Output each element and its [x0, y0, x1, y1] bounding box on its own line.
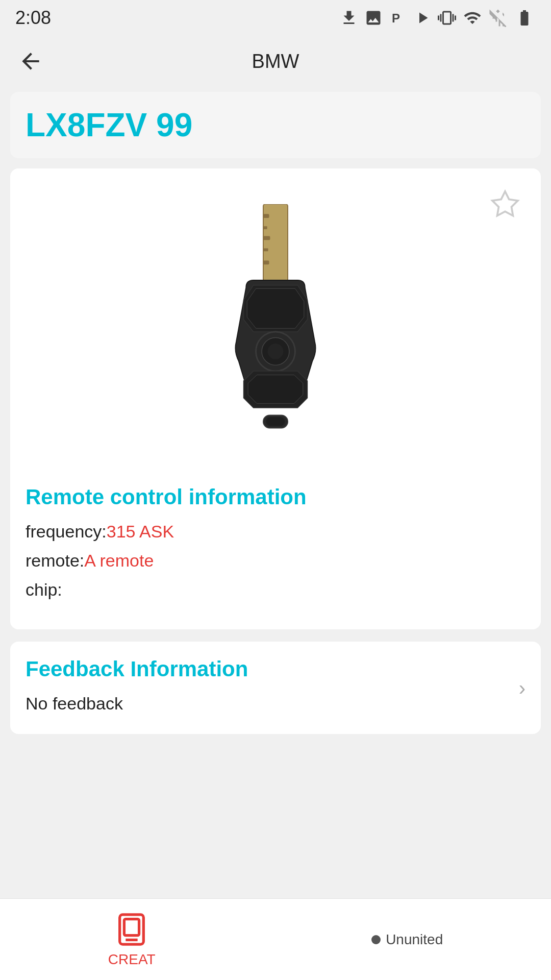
battery-icon [513, 9, 536, 27]
p-icon: P [389, 9, 407, 27]
connection-status: Ununited [371, 932, 443, 948]
tablet-icon [114, 912, 149, 947]
plate-header: LX8FZV 99 [10, 92, 541, 158]
status-dot [371, 935, 381, 944]
status-time: 2:08 [15, 7, 51, 29]
key-image [204, 204, 347, 459]
connection-status-text: Ununited [386, 932, 443, 948]
frequency-row: frequency: 315 ASK [26, 522, 525, 542]
creat-tab-label: CREAT [108, 951, 156, 968]
download-icon [340, 9, 358, 27]
key-image-container [26, 184, 525, 485]
top-nav: BMW [0, 36, 551, 87]
bottom-tab-bar: CREAT Ununited [0, 898, 551, 980]
feedback-arrow-icon: › [519, 676, 525, 699]
feedback-card[interactable]: Feedback Information No feedback › [10, 642, 541, 734]
wifi-icon [462, 9, 483, 27]
svg-rect-12 [266, 417, 285, 426]
status-icons: P [340, 9, 536, 27]
frequency-label: frequency: [26, 522, 107, 542]
plate-number: LX8FZV 99 [26, 107, 192, 143]
play-icon [413, 9, 432, 27]
svg-rect-4 [263, 236, 270, 240]
nav-title: BMW [252, 51, 299, 72]
svg-rect-5 [263, 249, 268, 252]
remote-row: remote: A remote [26, 551, 525, 571]
svg-point-10 [268, 344, 284, 359]
remote-label: remote: [26, 551, 84, 571]
feedback-title: Feedback Information [26, 657, 525, 681]
chip-label: chip: [26, 580, 62, 600]
no-feedback-text: No feedback [26, 694, 525, 714]
frequency-value: 315 ASK [107, 522, 174, 542]
creat-tab[interactable]: CREAT [108, 912, 156, 968]
svg-rect-2 [263, 214, 269, 218]
svg-rect-6 [263, 261, 269, 265]
favorite-button[interactable] [490, 189, 520, 224]
back-button[interactable] [15, 46, 46, 77]
remote-info-title: Remote control information [26, 485, 525, 509]
remote-info-section: Remote control information frequency: 31… [26, 485, 525, 600]
image-icon [364, 9, 383, 27]
remote-value: A remote [84, 551, 154, 571]
svg-text:P: P [392, 11, 400, 25]
status-bar: 2:08 P [0, 0, 551, 36]
svg-rect-3 [263, 226, 267, 229]
svg-rect-15 [124, 919, 139, 935]
vibrate-icon [438, 9, 456, 27]
chip-row: chip: [26, 580, 525, 600]
remote-control-card: Remote control information frequency: 31… [10, 168, 541, 629]
signal-icon [489, 9, 507, 27]
